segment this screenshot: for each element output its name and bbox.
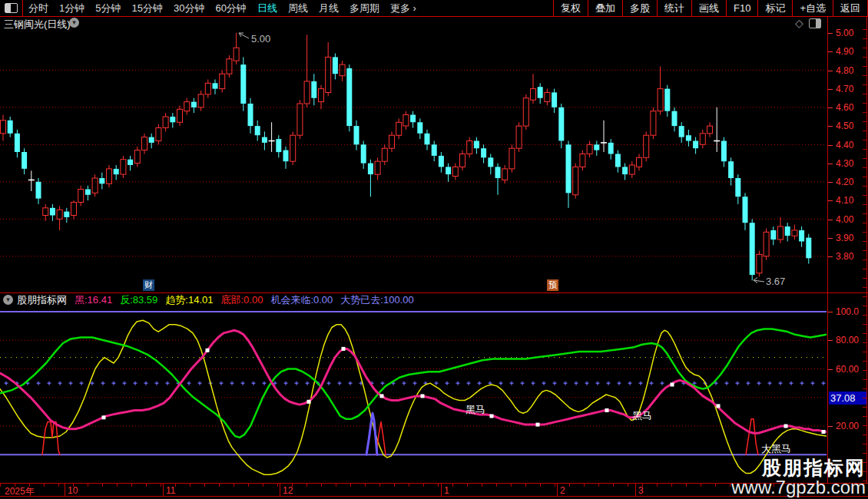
candle [149,134,154,148]
date-minor-ticks [0,484,827,487]
magenta-marker [206,349,210,352]
candle [340,61,345,81]
candle [128,156,133,170]
candle [156,124,161,145]
window-menu-cell[interactable] [0,0,23,16]
low-price-label: 3.67 [766,276,785,287]
candle [622,164,628,180]
layout-toggle-icon[interactable] [5,3,18,13]
candle [240,57,246,111]
candlestick-chart[interactable]: 5.003.67 [0,29,827,292]
month-separator [163,484,164,496]
axis-line-outer [866,16,867,483]
magenta-marker [717,404,721,408]
indicator-axis-label: 60.00 [827,364,865,375]
candle [92,174,98,197]
candle [234,33,239,64]
candle [28,170,35,191]
period-item-5[interactable]: 60分钟 [210,2,251,15]
topbar-menu-item-3[interactable]: 统计 [657,0,691,16]
period-item-2[interactable]: 5分钟 [90,2,126,15]
month-label-2: 12 [283,485,293,496]
magenta-marker [671,383,674,387]
price-axis-label: 4.00 [827,214,865,225]
period-item-3[interactable]: 15分钟 [126,2,167,15]
month-label-5: 3 [638,485,644,496]
topbar-menu-item-8[interactable]: 返回 [833,0,868,16]
diamond-icon[interactable]: ◇ [795,17,803,29]
candle [566,141,571,208]
candle [474,137,479,154]
magenta-marker [307,400,311,404]
period-item-9[interactable]: 多周期 [344,2,385,15]
candle [283,147,289,169]
period-item-7[interactable]: 周线 [283,2,313,15]
candle [361,141,366,169]
candle [220,70,225,92]
candle [170,113,175,127]
indicator-reading-3: 底部:0.00 [220,293,263,307]
indicator-header: ▾ 股朋指标网 黑:16.41反:83.59趋势:14.01底部:0.00机会来… [0,294,827,306]
period-item-4[interactable]: 30分钟 [168,2,210,15]
price-axis-label: 4.10 [827,195,865,206]
magenta-marker [536,423,540,427]
event-badge-1[interactable]: 预 [547,279,558,291]
candle [531,74,536,104]
candle [799,226,804,247]
event-badge-0[interactable]: 财 [143,279,154,291]
candle [629,161,634,178]
topbar-menu-item-7[interactable]: +自选 [792,0,833,16]
candle [728,157,734,185]
candle [714,107,720,152]
topbar-menu-item-5[interactable]: F10 [726,0,757,16]
candle [64,208,69,223]
topbar-menu-item-1[interactable]: 叠加 [588,0,622,16]
candle [644,131,649,161]
candle [269,122,275,152]
opportunity-spike [366,413,377,454]
candle [452,164,458,180]
candle [700,130,705,148]
month-separator [65,484,65,496]
candle [545,89,550,106]
magenta-marker [421,394,425,398]
magenta-marker [784,425,788,428]
topbar-menu-item-6[interactable]: 标记 [757,0,792,16]
candle [382,144,387,165]
candle [608,139,614,160]
candle [686,130,691,147]
topbar-menu-item-2[interactable]: 多股 [622,0,657,16]
axis-minor-ticks [863,29,866,483]
panel-toggle-icon[interactable] [809,18,821,28]
month-separator [441,484,442,496]
period-item-10[interactable]: 更多 › [385,2,422,15]
signal-label-0: 黑马 [465,404,485,415]
price-axis-label: 4.20 [827,177,865,187]
app-window: 分时1分钟5分钟15分钟30分钟60分钟日线周线月线多周期更多 › 复权叠加多股… [0,0,868,499]
watermark: 股朋指标网 www.7gpzb.com [731,458,866,497]
candle [770,226,776,245]
month-label-1: 11 [166,485,175,496]
candle [467,137,472,158]
topbar-right-menu: 复权叠加多股统计画线F10标记+自选返回 [553,0,868,16]
candle [121,156,126,178]
period-item-0[interactable]: 分时 [23,2,54,15]
indicator-title: 股朋指标网 [17,293,67,307]
candle [227,55,232,78]
watermark-url: www.7gpzb.com [731,478,866,497]
topbar-menu-item-0[interactable]: 复权 [553,0,588,16]
watermark-title: 股朋指标网 [731,458,866,478]
candle [198,91,204,111]
period-item-6[interactable]: 日线 [252,2,283,15]
candle [410,111,416,128]
period-item-1[interactable]: 1分钟 [54,2,90,15]
topbar-menu-item-4[interactable]: 画线 [691,0,726,16]
candle [36,178,41,204]
price-axis-label: 4.40 [827,140,865,150]
period-item-8[interactable]: 月线 [313,2,344,15]
candle [43,204,48,221]
indicator-collapse-icon[interactable]: ▾ [3,295,13,305]
indicator-chart[interactable]: 黑马黑马大黑马 [0,306,827,483]
chevron-down-icon[interactable]: ▾ [69,18,79,28]
candle [552,89,557,114]
